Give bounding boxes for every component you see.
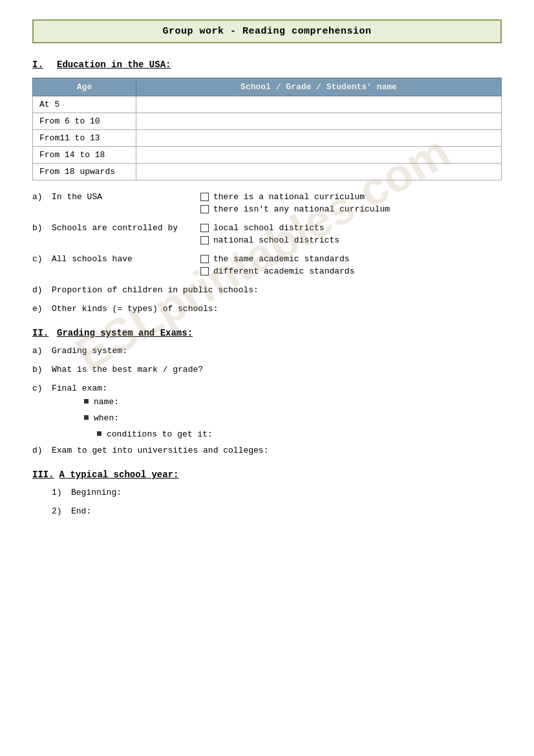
grading-b-letter: b) [32,365,52,374]
question-c: c) All schools have the same academic st… [32,254,502,276]
schoolyear-1-text: Beginning: [71,488,122,497]
option-a1-label: there is a national curriculum [213,192,365,202]
option-c2-label: different academic standards [213,266,354,276]
question-b-letter: b) [32,223,52,233]
age-cell-4: From 14 to 18 [33,147,136,164]
age-cell-1: At 5 [33,96,136,113]
table-row: From 6 to 10 [33,113,502,130]
option-c1-label: the same academic standards [213,254,350,264]
school-cell-1 [136,96,502,113]
section-1: I. Education in the USA: Age School / Gr… [32,59,502,314]
option-c1: the same academic standards [200,254,354,264]
grading-d: d) Exam to get into universities and col… [32,446,502,455]
checkbox-a2[interactable] [200,205,209,213]
question-b-options: local school districts national school d… [200,223,339,245]
question-d: d) Proportion of children in public scho… [32,285,502,295]
table-row: From11 to 13 [33,130,502,147]
section-2-title: Grading system and Exams: [57,328,193,338]
checkbox-a1[interactable] [200,193,209,201]
grading-b: b) What is the best mark / grade? [32,365,502,374]
grading-d-letter: d) [32,446,52,455]
school-cell-2 [136,113,502,130]
option-b1: local school districts [200,223,339,233]
question-b: b) Schools are controlled by local schoo… [32,223,502,245]
bullet-icon-conditions [97,431,101,436]
question-c-options: the same academic standards different ac… [200,254,354,276]
education-table: Age School / Grade / Students' name At 5… [32,78,502,180]
sub-conditions-label: conditions to get it: [107,429,213,439]
sub-conditions: conditions to get it: [32,429,502,439]
schoolyear-1: 1) Beginning: [32,488,502,497]
checkbox-b2[interactable] [200,236,209,244]
section-2-header: II. Grading system and Exams: [32,328,502,338]
table-header-school: School / Grade / Students' name [136,78,502,96]
checkbox-b1[interactable] [200,224,209,232]
grading-c: c) Final exam: [32,383,502,393]
schoolyear-2-number: 2) [52,506,71,516]
schoolyear-2-text: End: [71,506,91,516]
question-a-options: there is a national curriculum there isn… [200,192,390,214]
checkbox-c1[interactable] [200,255,209,263]
sub-when-label: when: [94,413,119,423]
bullet-icon-when [84,415,89,420]
sub-name: name: [32,397,502,407]
section-3-title: A typical school year: [59,470,179,480]
question-e-text: Other kinds (= types) of schools: [52,304,218,314]
schoolyear-1-number: 1) [52,488,71,497]
table-row: From 14 to 18 [33,147,502,164]
question-c-text: All schools have [52,254,181,264]
section-3-number: III. [32,470,54,480]
question-c-letter: c) [32,254,52,264]
grading-a-text: Grading system: [52,346,127,356]
question-a-text: In the USA [52,192,181,202]
question-b-text: Schools are controlled by [52,223,181,233]
grading-c-letter: c) [32,383,52,393]
grading-c-text: Final exam: [52,383,107,393]
school-cell-5 [136,164,502,180]
section-1-header: I. Education in the USA: [32,59,502,70]
option-b1-label: local school districts [213,223,325,233]
grading-a: a) Grading system: [32,346,502,356]
question-a-letter: a) [32,192,52,202]
age-cell-2: From 6 to 10 [33,113,136,130]
grading-b-text: What is the best mark / grade? [52,365,203,374]
option-a2: there isn't any national curriculum [200,204,390,214]
school-cell-3 [136,130,502,147]
question-d-text: Proportion of children in public schools… [52,285,259,295]
grading-a-letter: a) [32,346,52,356]
bullet-icon-name [84,399,89,404]
schoolyear-2: 2) End: [32,506,502,516]
checkbox-c2[interactable] [200,267,209,275]
option-b2-label: national school districts [213,235,339,245]
grading-d-text: Exam to get into universities and colleg… [52,446,268,455]
sub-when: when: [32,413,502,423]
age-cell-5: From 18 upwards [33,164,136,180]
table-row: From 18 upwards [33,164,502,180]
section-2-number: II. [32,328,52,338]
sub-name-label: name: [94,397,119,407]
question-e-letter: e) [32,304,52,314]
section-1-title: Education in the USA: [57,59,171,70]
table-header-age: Age [33,78,136,96]
option-a1: there is a national curriculum [200,192,390,202]
question-e: e) Other kinds (= types) of schools: [32,304,502,314]
section-1-number: I. [32,59,52,70]
option-a2-label: there isn't any national curriculum [213,204,390,214]
section-2: II. Grading system and Exams: a) Grading… [32,328,502,455]
age-cell-3: From11 to 13 [33,130,136,147]
section-3: III. A typical school year: 1) Beginning… [32,470,502,516]
page-title: Group work - Reading comprehension [32,19,502,43]
question-a: a) In the USA there is a national curric… [32,192,502,214]
table-row: At 5 [33,96,502,113]
question-d-letter: d) [32,285,52,295]
option-b2: national school districts [200,235,339,245]
option-c2: different academic standards [200,266,354,276]
section-3-header: III. A typical school year: [32,470,502,480]
school-cell-4 [136,147,502,164]
